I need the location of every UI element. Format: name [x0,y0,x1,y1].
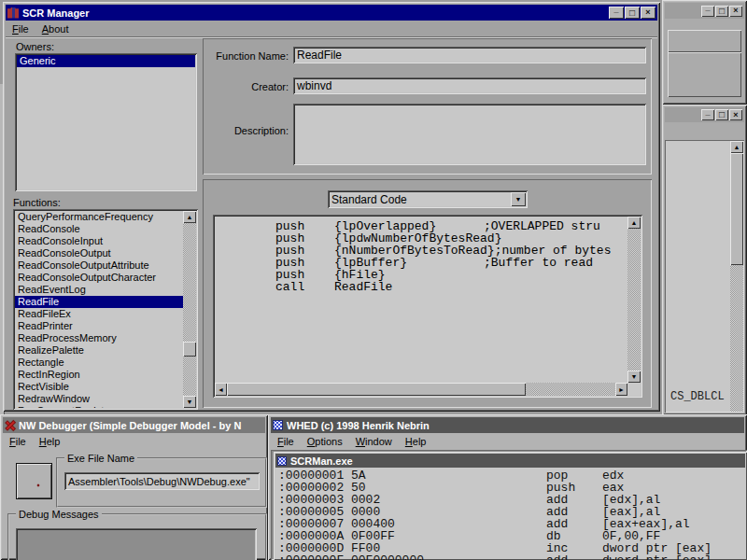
disassembly-listing[interactable]: :00000001 5Apopedx:00000002 50pusheax:00… [278,469,747,560]
scrollbar-thumb[interactable] [730,153,743,265]
menu-item[interactable]: About [35,21,76,36]
scroll-right-button[interactable]: ► [615,383,627,396]
desktop: { "glyphs": { "min": "_", "max": "□", "c… [0,0,747,560]
functions-list[interactable]: QueryPerformanceFrequencyReadConsoleRead… [15,211,183,408]
minimize-button[interactable]: _ [701,6,714,17]
scrollbar-vertical[interactable]: ▲ ▼ [183,211,196,408]
background-window-top-right: _ □ × [662,0,747,105]
scrollbar-thumb[interactable] [227,383,526,396]
nw-title: NW Debugger (Simple Debugger Model - by … [19,420,241,431]
code-line: callReadFile [218,281,626,293]
menu-item[interactable]: File [6,21,35,36]
close-button[interactable]: × [729,109,742,120]
bg-top-titlebar[interactable]: _ □ × [665,3,744,19]
nw-debugger-window: NW Debugger (Simple Debugger Model - by … [0,414,268,560]
debug-messages-group-label: Debug Messages [16,509,102,520]
scrollbar-horizontal[interactable]: ◄ ► [215,383,627,396]
code-type-value: Standard Code [331,193,407,206]
scr-titlebar[interactable]: SCR Manager _ □ × [6,5,657,21]
scrman-title: SCRMan.exe [290,455,353,467]
description-input[interactable] [293,104,646,165]
scroll-up-button[interactable]: ▲ [627,217,641,229]
list-item[interactable]: ReadConsole [15,223,183,235]
scr-manager-window: SCR Manager _ □ × FileAbout Owners: Gene… [3,2,660,412]
function-form-panel: Function Name: ReadFile Creator: wbinvd … [203,38,652,175]
scroll-down-button[interactable]: ▼ [627,371,641,383]
list-item[interactable]: ReadFile [15,296,183,308]
functions-listbox: QueryPerformanceFrequencyReadConsoleRead… [13,209,198,410]
list-item[interactable]: ReadFileEx [15,308,183,320]
scr-menubar: FileAbout [6,21,657,37]
list-item[interactable]: ReadConsoleOutputCharacter [15,272,183,284]
list-item[interactable]: ReadConsoleOutput [15,247,183,259]
list-item[interactable]: Rectangle [15,357,183,369]
cs-dblcl-text: CS_DBLCL [670,391,725,403]
nw-titlebar[interactable]: NW Debugger (Simple Debugger Model - by … [3,417,265,433]
whed-titlebar[interactable]: WHED (c) 1998 Henrik Nebrin [271,417,744,433]
scrollbar-thumb[interactable] [183,342,196,357]
code-type-combobox[interactable]: Standard Code ▼ [328,190,528,208]
minimize-button[interactable]: _ [701,109,714,120]
bg-panel [668,52,741,97]
scrollbar-vertical[interactable]: ▲ [730,141,743,412]
stop-debug-button[interactable] [16,463,52,499]
disassembly-row[interactable]: :0000000F 00F0000000adddword ptr [eax] [278,554,747,560]
list-item[interactable]: RectInRegion [15,369,183,381]
whed-menubar: FileOptionsWindowHelp [271,434,744,449]
menu-item[interactable]: Help [33,434,67,449]
list-item[interactable]: ReadPrinter [15,320,183,332]
scrman-titlebar[interactable]: SCRMan.exe [275,454,745,468]
exe-file-input[interactable]: Assembler\Tools\Debug\NWDebug.exe" [64,472,260,490]
list-item[interactable]: RealizePalette [15,344,183,357]
menu-item[interactable]: Help [399,434,433,449]
exe-file-group: Exe File Name Assembler\Tools\Debug\NWDe… [56,457,267,508]
red-x-icon [5,420,15,430]
combo-dropdown-button[interactable]: ▼ [511,192,526,206]
code-textarea[interactable]: push{lpOverlapped};OVERLAPPED strupush{l… [213,215,642,398]
bg-right-titlebar[interactable]: _ □ × [665,107,744,122]
exe-file-group-label: Exe File Name [64,453,137,464]
menu-item[interactable]: Window [349,434,399,449]
description-label: Description: [208,125,289,136]
code-panel: Standard Code ▼ push{lpOverlapped};OVERL… [203,179,652,408]
maximize-button[interactable]: □ [715,6,728,17]
owners-list[interactable]: Generic [15,53,197,191]
menu-item[interactable]: File [3,434,33,449]
scroll-left-button[interactable]: ◄ [215,383,227,396]
scrollbar-vertical[interactable]: ▲ ▼ [627,217,641,383]
debug-messages-box[interactable] [16,528,257,560]
functions-label: Functions: [13,197,61,208]
menu-item[interactable]: File [271,434,301,449]
bg-right-content: ▲ CS_DBLCL [665,140,744,413]
code-text: push{lpOverlapped};OVERLAPPED strupush{l… [218,220,626,382]
scrman-child-window: SCRMan.exe :00000001 5Apopedx:00000002 5… [274,452,747,560]
list-item[interactable]: ReadConsoleOutputAttribute [15,259,183,272]
scroll-up-button[interactable]: ▲ [730,141,743,153]
list-item[interactable]: Generic [17,55,195,67]
scr-app-icon [7,7,19,19]
nw-menubar: FileHelp [3,434,265,449]
minimize-button[interactable]: _ [609,7,624,19]
whed-app-icon [273,420,283,430]
scroll-up-button[interactable]: ▲ [183,211,196,223]
function-name-input[interactable]: ReadFile [293,47,646,63]
list-item[interactable]: ReadProcessMemory [15,332,183,344]
whed-window: WHED (c) 1998 Henrik Nebrin FileOptionsW… [268,414,747,560]
scr-title: SCR Manager [22,7,90,19]
background-window-right: _ □ × ▲ CS_DBLCL [662,105,747,415]
list-item[interactable]: RedrawWindow [15,393,183,405]
list-item[interactable]: QueryPerformanceFrequency [15,211,183,223]
scroll-down-button[interactable]: ▼ [183,396,196,408]
list-item[interactable]: RectVisible [15,381,183,393]
close-button[interactable]: × [729,6,742,17]
menu-item[interactable]: Options [301,434,349,449]
bg-panel [668,30,741,52]
list-item[interactable]: RegConnectRegistry [15,405,183,408]
function-name-label: Function Name: [208,50,289,62]
maximize-button[interactable]: □ [625,7,640,19]
list-item[interactable]: ReadConsoleInput [15,235,183,247]
creator-input[interactable]: wbinvd [293,77,646,94]
maximize-button[interactable]: □ [715,109,728,120]
close-button[interactable]: × [641,7,655,19]
list-item[interactable]: ReadEventLog [15,284,183,296]
